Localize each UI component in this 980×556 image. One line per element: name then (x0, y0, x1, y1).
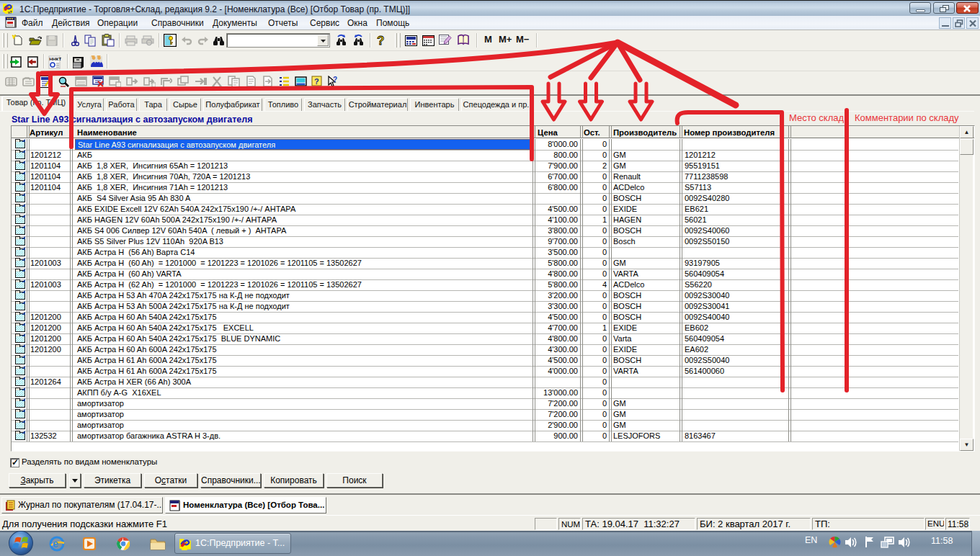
svg-text:?: ? (377, 34, 384, 47)
svg-text:ННКТ: ННКТ (50, 56, 61, 61)
svg-text:e: e (53, 538, 58, 550)
svg-text:?: ? (333, 76, 337, 84)
svg-text:?: ? (314, 77, 319, 86)
svg-text:v7: v7 (8, 10, 12, 14)
